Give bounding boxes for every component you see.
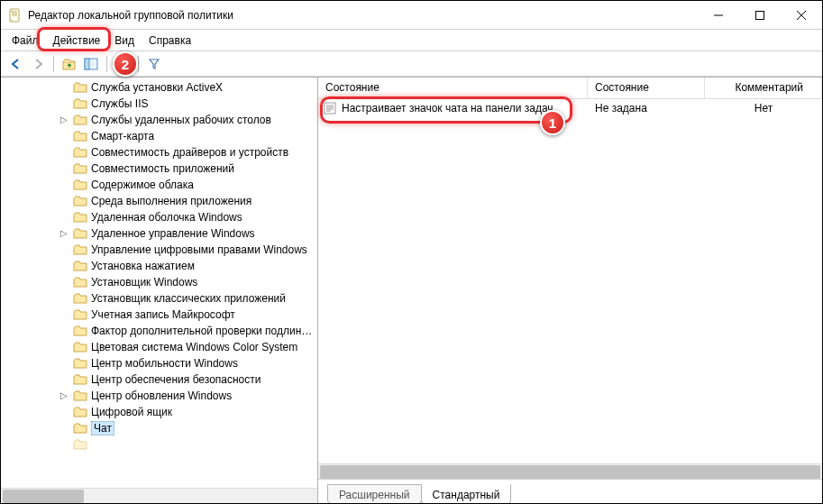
tree-item[interactable]: Удаленная оболочка Windows [1,209,317,225]
folder-icon [73,341,87,353]
tree-item[interactable]: Службы IIS [1,96,317,112]
tree-item-label: Среда выполнения приложения [91,195,251,207]
menu-help[interactable]: Справка [142,30,198,50]
close-button[interactable] [781,1,822,30]
tab-extended[interactable]: Расширенный [327,484,422,504]
tree-item-label: Центр мобильности Windows [91,357,238,370]
setting-comment: Нет [705,102,822,115]
tree-item[interactable]: Установщик классических приложений [1,290,317,307]
tree-item[interactable]: Среда выполнения приложения [1,193,317,209]
tree-item-label: Установщик Windows [91,276,197,289]
folder-icon [73,276,87,289]
column-comment[interactable]: Комментарий [705,78,822,98]
tree-item[interactable]: ▷Удаленное управление Windows [1,225,317,242]
tree-item-label: Смарт-карта [91,130,154,142]
list-header[interactable]: Состояние Состояние Комментарий [318,78,822,99]
tree-item-label: Центр обеспечения безопасности [91,373,261,386]
tree-item[interactable]: Центр обеспечения безопасности [1,371,317,388]
forward-button[interactable] [28,54,48,74]
tree-item[interactable]: Чат [1,420,317,436]
up-button[interactable] [59,54,79,74]
tree-item-label: Чат [91,421,114,435]
tree-item[interactable]: Смарт-карта [1,128,317,144]
svg-rect-7 [756,11,764,19]
svg-rect-12 [85,59,89,69]
tree-item-label: Совместимость приложений [91,162,234,175]
tree-expander-icon[interactable]: ▷ [57,229,71,238]
tree-item-label: Фактор дополнительной проверки подлиннос… [91,325,317,337]
folder-icon [73,260,87,272]
menu-action[interactable]: Действие [46,30,108,50]
tab-standard[interactable]: Стандартный [421,484,512,504]
folder-icon [73,325,87,337]
setting-row[interactable]: Настраивает значок чата на панели задач … [318,99,822,117]
folder-icon [73,146,87,159]
tree-item-label: Цветовая система Windows Color System [91,341,297,353]
menu-file[interactable]: Файл [5,30,46,50]
tree-expander-icon[interactable]: ▷ [57,391,71,400]
folder-icon [73,130,87,142]
list-horizontal-scrollbar[interactable] [318,463,822,479]
setting-icon [324,102,336,115]
tree-item[interactable]: Фактор дополнительной проверки подлиннос… [1,323,317,339]
folder-icon [73,422,87,435]
folder-icon [73,389,87,402]
tree-item-label: Службы удаленных рабочих столов [91,114,271,126]
tree-item[interactable]: Учетная запись Майкрософт [1,307,317,323]
tree-item-label: Удаленное управление Windows [91,227,255,240]
folder-icon [73,406,87,418]
tree-item[interactable]: Совместимость приложений [1,160,317,177]
content-area: Служба установки ActiveXСлужбы IIS▷Служб… [1,77,822,503]
tree-item[interactable]: Управление цифровыми правами Windows [1,242,317,258]
column-state[interactable]: Состояние [318,78,588,98]
folder-icon [73,373,87,386]
folder-icon [73,195,87,207]
tree-item[interactable]: Установка нажатием [1,258,317,274]
folder-icon [73,227,87,240]
folder-icon [73,97,87,110]
folder-icon [73,114,87,126]
folder-icon [73,211,87,224]
maximize-button[interactable] [739,1,781,30]
menubar: Файл Действие Вид Справка [1,30,822,51]
folder-icon [73,292,87,305]
tree-item[interactable]: Совместимость драйверов и устройств [1,144,317,160]
setting-name: Настраивает значок чата на панели задач [342,102,553,115]
titlebar: Редактор локальной групповой политики [1,1,822,30]
tree-horizontal-scrollbar[interactable] [1,488,317,503]
column-status[interactable]: Состояние [588,78,705,98]
tree-item-label: Служба установки ActiveX [91,81,223,94]
gpedit-window: Редактор локальной групповой политики Фа… [0,0,823,504]
details-pane: Состояние Состояние Комментарий Настраив… [318,78,822,503]
folder-icon [73,81,87,94]
svg-point-5 [11,19,12,20]
tree-item[interactable]: Установщик Windows [1,274,317,290]
filter-button[interactable] [144,54,164,74]
folder-icon [73,243,87,256]
folder-icon [73,162,87,175]
tree-item-label: Совместимость драйверов и устройств [91,146,288,159]
back-button[interactable] [6,54,26,74]
setting-status: Не задана [588,102,705,115]
tree-item[interactable] [1,436,317,453]
menu-view[interactable]: Вид [107,30,142,50]
tree-item-label: Цифровой ящик [91,406,172,418]
tree-item[interactable]: Центр мобильности Windows [1,355,317,371]
tree-item[interactable]: Служба установки ActiveX [1,79,317,96]
show-hide-tree-button[interactable] [81,54,101,74]
tree-item[interactable]: Цифровой ящик [1,404,317,420]
tree-item[interactable]: Содержимое облака [1,177,317,193]
tree-item-label: Удаленная оболочка Windows [91,211,242,224]
tree-item[interactable]: Цветовая система Windows Color System [1,339,317,355]
tree-item-label: Управление цифровыми правами Windows [91,243,307,256]
tree-pane[interactable]: Служба установки ActiveXСлужбы IIS▷Служб… [1,78,318,503]
folder-icon [73,179,87,191]
tree-item[interactable]: ▷Службы удаленных рабочих столов [1,112,317,128]
tree-item-label: Центр обновления Windows [91,389,232,402]
folder-icon [73,357,87,370]
tree-expander-icon[interactable]: ▷ [57,115,71,124]
minimize-button[interactable] [698,1,739,30]
tree-item[interactable]: ▷Центр обновления Windows [1,388,317,404]
folder-icon [73,308,87,321]
svg-rect-17 [325,103,335,114]
